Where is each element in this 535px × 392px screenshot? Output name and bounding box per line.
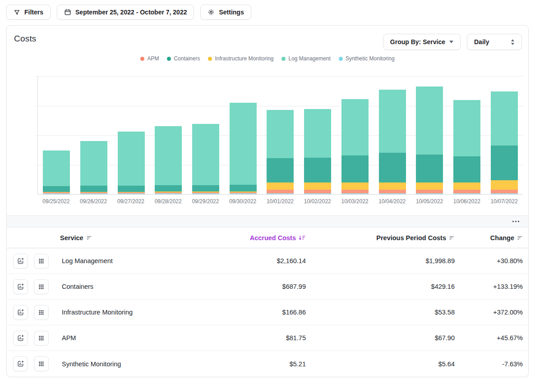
grid-button[interactable]	[34, 356, 49, 371]
stacked-bar[interactable]	[416, 87, 443, 194]
bar-segment[interactable]	[230, 193, 257, 195]
bar-segment[interactable]	[80, 141, 107, 186]
legend-item-log-management[interactable]: Log Management	[281, 55, 330, 62]
bar-segment[interactable]	[43, 186, 70, 192]
more-options-button[interactable]	[511, 219, 521, 224]
x-axis-label: 10/05/2022	[411, 198, 448, 205]
bar-segment[interactable]	[453, 193, 480, 195]
bar-segment[interactable]	[230, 185, 257, 191]
bar-segment[interactable]	[43, 193, 70, 195]
bar-segment[interactable]	[453, 156, 480, 183]
stacked-bar[interactable]	[379, 90, 406, 194]
column-header-accrued-costs[interactable]: Accrued Costs	[207, 234, 306, 242]
stacked-bar[interactable]	[80, 141, 107, 194]
grid-button[interactable]	[34, 305, 49, 320]
bar-segment[interactable]	[416, 155, 443, 182]
bar-segment[interactable]	[491, 180, 518, 190]
column-header-service[interactable]: Service	[60, 234, 207, 242]
add-to-graph-button[interactable]	[13, 331, 28, 346]
bar-segment[interactable]	[80, 193, 107, 195]
legend-item-infrastructure-monitoring[interactable]: Infrastructure Monitoring	[208, 55, 273, 62]
change-value: +45.67%	[455, 334, 523, 342]
stacked-bar[interactable]	[43, 150, 70, 194]
bar-segment[interactable]	[267, 190, 294, 193]
bar-segment[interactable]	[341, 99, 369, 155]
legend-item-apm[interactable]: APM	[140, 55, 159, 62]
bar-segment[interactable]	[304, 158, 331, 183]
bar-segment[interactable]	[341, 182, 369, 189]
bar-segment[interactable]	[118, 186, 145, 192]
bar-segment[interactable]	[267, 110, 294, 158]
filters-button[interactable]: Filters	[6, 5, 51, 20]
bar-segment[interactable]	[453, 100, 480, 156]
legend-item-synthetic-monitoring[interactable]: Synthetic Monitoring	[339, 55, 395, 62]
group-by-dropdown[interactable]: Group By: Service	[383, 34, 461, 50]
interval-select[interactable]: Daily	[467, 34, 522, 50]
bar-slot	[75, 76, 113, 194]
stacked-bar[interactable]	[341, 99, 369, 194]
bar-segment[interactable]	[379, 193, 406, 195]
bar-segment[interactable]	[304, 109, 331, 158]
bar-slot	[299, 76, 337, 194]
bar-segment[interactable]	[304, 182, 331, 189]
stacked-bar[interactable]	[267, 110, 294, 194]
bar-segment[interactable]	[416, 190, 443, 193]
bar-slot	[374, 76, 411, 194]
stacked-bar[interactable]	[230, 103, 257, 194]
bar-segment[interactable]	[491, 190, 518, 193]
stacked-bar[interactable]	[304, 109, 331, 194]
bar-segment[interactable]	[192, 124, 219, 185]
stacked-bar[interactable]	[155, 126, 182, 194]
bar-segment[interactable]	[230, 103, 257, 185]
bar-segment[interactable]	[491, 91, 518, 146]
stacked-bar[interactable]	[453, 100, 480, 194]
settings-button[interactable]: Settings	[200, 5, 251, 20]
grid-button[interactable]	[34, 279, 49, 294]
grid-button[interactable]	[34, 254, 49, 269]
add-to-graph-button[interactable]	[13, 356, 28, 371]
bar-segment[interactable]	[192, 185, 219, 192]
add-to-graph-button[interactable]	[13, 254, 28, 269]
bar-slot	[411, 76, 448, 194]
bar-segment[interactable]	[416, 87, 443, 155]
bar-segment[interactable]	[416, 193, 443, 195]
bar-segment[interactable]	[341, 193, 369, 195]
bar-segment[interactable]	[379, 182, 406, 190]
add-to-graph-button[interactable]	[13, 279, 28, 294]
bar-segment[interactable]	[379, 190, 406, 193]
stacked-bar[interactable]	[118, 132, 145, 194]
bar-segment[interactable]	[80, 186, 107, 192]
grid-button[interactable]	[34, 331, 49, 346]
bar-segment[interactable]	[491, 146, 518, 180]
bar-segment[interactable]	[416, 182, 443, 190]
bar-segment[interactable]	[341, 190, 369, 193]
bar-segment[interactable]	[379, 153, 406, 182]
stacked-bar[interactable]	[192, 124, 219, 194]
bar-segment[interactable]	[267, 182, 294, 189]
bar-segment[interactable]	[304, 190, 331, 193]
card-header: Costs Group By: Service Daily	[7, 26, 528, 50]
bar-segment[interactable]	[155, 185, 182, 191]
bar-segment[interactable]	[379, 90, 406, 153]
bar-segment[interactable]	[491, 193, 518, 195]
bar-segment[interactable]	[453, 182, 480, 189]
bar-segment[interactable]	[453, 190, 480, 193]
bar-segment[interactable]	[155, 126, 182, 186]
bar-segment[interactable]	[304, 193, 331, 195]
bar-segment[interactable]	[155, 193, 182, 195]
date-range-button[interactable]: September 25, 2022 - October 7, 2022	[57, 5, 194, 20]
bar-segment[interactable]	[118, 132, 145, 185]
stacked-bar[interactable]	[491, 91, 518, 194]
add-to-graph-button[interactable]	[13, 305, 28, 320]
legend-item-containers[interactable]: Containers	[167, 55, 200, 62]
column-header-previous-period-costs[interactable]: Previous Period Costs	[306, 234, 455, 242]
bar-segment[interactable]	[267, 158, 294, 182]
column-header-change[interactable]: Change	[455, 234, 523, 242]
column-label: Service	[60, 234, 83, 242]
bar-segment[interactable]	[118, 193, 145, 195]
bar-segment[interactable]	[341, 155, 369, 182]
add-to-graph-icon	[17, 309, 24, 316]
bar-segment[interactable]	[267, 193, 294, 195]
bar-segment[interactable]	[192, 193, 219, 195]
bar-segment[interactable]	[43, 150, 70, 186]
